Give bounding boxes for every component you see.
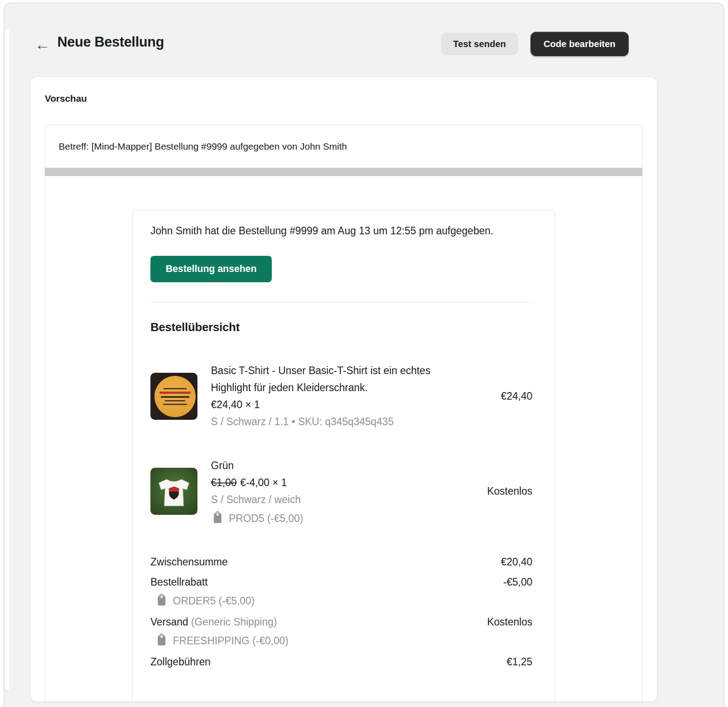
total-row-subtotal: Zwischensumme €20,40 bbox=[150, 552, 532, 572]
total-row-duties: Zollgebühren €1,25 bbox=[150, 652, 532, 672]
order-intro-text: John Smith hat die Bestellung #9999 am A… bbox=[150, 222, 504, 240]
line-item-info: Grün €1,00€-4,00 × 1 S / Schwarz / weich… bbox=[211, 457, 452, 525]
product-image-basic-tshirt bbox=[150, 373, 197, 420]
total-label: Zollgebühren bbox=[150, 656, 210, 668]
line-item-discount: PROD5 (-€5,00) bbox=[211, 512, 452, 525]
tshirt-graphic bbox=[150, 468, 197, 515]
shipping-label: Versand bbox=[150, 616, 188, 628]
send-test-button[interactable]: Test senden bbox=[441, 33, 518, 55]
tag-icon bbox=[155, 594, 168, 608]
tag-icon bbox=[211, 512, 224, 525]
page-title: Neue Bestellung bbox=[57, 34, 164, 50]
order-discount-code: ORDER5 (-€5,00) bbox=[150, 592, 532, 612]
line-item-title: Basic T-Shirt - Unser Basic-T-Shirt ist … bbox=[211, 362, 452, 396]
total-value: -€5,00 bbox=[503, 576, 532, 588]
section-divider bbox=[150, 302, 532, 302]
line-item-title: Grün bbox=[211, 457, 452, 474]
product-image-green-tshirt bbox=[150, 468, 197, 515]
line-item-price-qty: €24,40 × 1 bbox=[211, 396, 452, 413]
old-price: €1,00 bbox=[211, 477, 237, 488]
line-item-price-qty: €1,00€-4,00 × 1 bbox=[211, 474, 452, 491]
line-item-variant: S / Schwarz / weich bbox=[211, 491, 452, 508]
line-item-info: Basic T-Shirt - Unser Basic-T-Shirt ist … bbox=[211, 362, 452, 430]
line-item-row: Basic T-Shirt - Unser Basic-T-Shirt ist … bbox=[150, 362, 532, 430]
line-item-variant-sku: S / Schwarz / 1.1 • SKU: q345q345q435 bbox=[211, 413, 452, 430]
email-subject-text: Betreff: [Mind-Mapper] Bestellung #9999 … bbox=[59, 141, 347, 152]
order-discount-code-text: ORDER5 (-€5,00) bbox=[173, 595, 255, 607]
shopify-notification-preview-page: { "header": { "back_icon": "arrow-left-i… bbox=[0, 0, 728, 707]
line-item-total: Kostenlos bbox=[465, 485, 532, 497]
order-summary-title: Bestellübersicht bbox=[150, 320, 532, 334]
edit-code-button[interactable]: Code bearbeiten bbox=[531, 32, 629, 56]
email-render-area: John Smith hat die Bestellung #9999 am A… bbox=[45, 176, 642, 702]
total-label: Zwischensumme bbox=[150, 556, 228, 568]
view-order-button[interactable]: Bestellung ansehen bbox=[150, 256, 272, 282]
shipping-method-note: (Generic Shipping) bbox=[191, 616, 277, 628]
tag-icon bbox=[155, 634, 168, 647]
line-item-total: €24,40 bbox=[465, 390, 532, 402]
total-value: €20,40 bbox=[501, 556, 532, 568]
line-item-row: Grün €1,00€-4,00 × 1 S / Schwarz / weich… bbox=[150, 457, 532, 525]
shipping-discount-code: FREESHIPPING (-€0,00) bbox=[150, 632, 532, 652]
total-value: €1,25 bbox=[506, 656, 532, 668]
background-sheet-edge bbox=[4, 28, 9, 691]
total-label: Versand (Generic Shipping) bbox=[150, 616, 277, 628]
line-item-discount-code: PROD5 (-€5,00) bbox=[229, 513, 303, 525]
email-subject-box: Betreff: [Mind-Mapper] Bestellung #9999 … bbox=[45, 125, 642, 168]
email-header-divider-bar bbox=[45, 168, 642, 176]
email-content-card: John Smith hat die Bestellung #9999 am A… bbox=[132, 210, 555, 702]
back-button[interactable]: ← bbox=[33, 35, 52, 54]
total-row-order-discount: Bestellrabatt -€5,00 bbox=[150, 572, 532, 592]
shipping-discount-code-text: FREESHIPPING (-€0,00) bbox=[173, 635, 288, 647]
product-image-orange-circle bbox=[154, 376, 196, 417]
preview-card: Vorschau Betreff: [Mind-Mapper] Bestellu… bbox=[30, 77, 657, 702]
total-value: Kostenlos bbox=[487, 616, 532, 628]
total-label: Bestellrabatt bbox=[150, 576, 208, 588]
arrow-left-icon: ← bbox=[35, 36, 50, 53]
new-price: €-4,00 × 1 bbox=[240, 477, 287, 488]
totals-section: Zwischensumme €20,40 Bestellrabatt -€5,0… bbox=[150, 552, 532, 672]
preview-label: Vorschau bbox=[45, 93, 87, 104]
total-row-shipping: Versand (Generic Shipping) Kostenlos bbox=[150, 612, 532, 632]
